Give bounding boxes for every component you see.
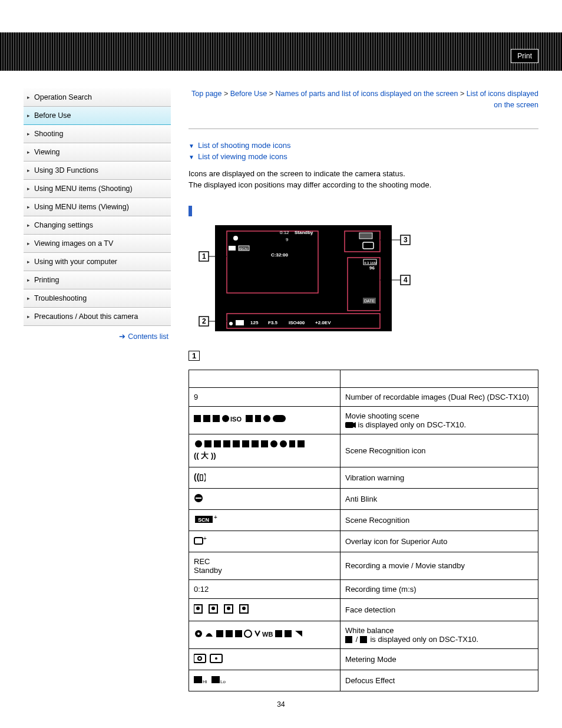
sidebar-item-troubleshooting[interactable]: Troubleshooting [24, 289, 171, 308]
svg-text:((▯)): ((▯)) [194, 472, 206, 482]
svg-text:SCN: SCN [198, 517, 209, 523]
svg-rect-72 [226, 630, 233, 637]
table-row: iSCN+ Scene Recognition [189, 509, 538, 531]
wb-icons: WB [194, 628, 335, 639]
svg-rect-79 [360, 636, 367, 643]
sidebar-item-precautions[interactable]: Precautions / About this camera [24, 308, 171, 326]
sidebar-item-label: Using MENU items (Shooting) [34, 185, 133, 193]
breadcrumb: Top page > Before Use > Names of parts a… [189, 88, 538, 111]
contents-list-link[interactable]: ➔Contents list [24, 326, 171, 347]
page-number: 34 [0, 691, 562, 717]
indication-note: is displayed only on DSC-TX10. [368, 635, 478, 644]
contents-list-label: Contents list [128, 332, 168, 341]
table-row: WB White balance / is displayed only on … [189, 621, 538, 648]
scene-recognition-icons: (( 大 )) [194, 439, 335, 460]
svg-point-39 [195, 440, 202, 447]
sidebar-item-before-use[interactable]: Before Use [24, 107, 171, 125]
sidebar-item-computer[interactable]: Using with your computer [24, 253, 171, 271]
table-row: + Overlay icon for Superior Auto [189, 531, 538, 552]
metering-icons [194, 654, 223, 663]
display-cell [189, 648, 340, 670]
indication-cell: Vibration warning [340, 467, 538, 488]
svg-text:+: + [203, 536, 207, 542]
indication-line1: Movie shooting scene [345, 411, 419, 420]
svg-rect-34 [255, 415, 261, 422]
indication-cell: Face detection [340, 598, 538, 621]
table-row: 9 Number of recordable images (Dual Rec)… [189, 387, 538, 406]
sidebar-item-menu-viewing[interactable]: Using MENU items (Viewing) [24, 198, 171, 216]
svg-text:3: 3 [404, 236, 408, 244]
section-marker-icon [189, 206, 192, 216]
svg-rect-43 [233, 440, 240, 447]
svg-point-70 [197, 633, 200, 635]
anchor-shooting-icons[interactable]: List of shooting mode icons [189, 141, 538, 150]
display-cell: 0:12 [189, 579, 340, 598]
screen-diagram: 0:12 Standby 9 C:32:00 125 F3.5 ISO400 +… [189, 222, 538, 339]
print-button[interactable]: Print [511, 49, 538, 63]
sidebar-item-viewing-tv[interactable]: Viewing images on a TV [24, 235, 171, 253]
display-cell: WB [189, 621, 340, 648]
display-cell: iSCN+ [189, 509, 340, 531]
diagram-ev: +2.0EV [315, 320, 331, 325]
svg-text:+: + [214, 515, 217, 521]
breadcrumb-before-use[interactable]: Before Use [230, 90, 267, 98]
sidebar-item-viewing[interactable]: Viewing [24, 143, 171, 162]
svg-rect-28 [194, 415, 201, 422]
svg-rect-7 [229, 246, 236, 251]
intro-line2: The displayed icon positions may differ … [189, 180, 431, 189]
sidebar-item-label: Troubleshooting [34, 294, 87, 302]
svg-rect-59 [194, 538, 203, 544]
anchor-viewing-icons[interactable]: List of viewing mode icons [189, 152, 538, 161]
arrow-right-icon: ➔ [119, 332, 125, 341]
svg-rect-78 [345, 636, 352, 643]
svg-text:1: 1 [202, 252, 206, 261]
svg-point-47 [270, 440, 277, 447]
svg-rect-15 [236, 320, 244, 325]
svg-point-81 [198, 657, 201, 660]
svg-text:2: 2 [202, 317, 206, 325]
table-row: Face detection [189, 598, 538, 621]
icon-table: 9 Number of recordable images (Dual Rec)… [189, 370, 538, 691]
svg-text:Hi: Hi [203, 679, 207, 684]
face-detect-icons [194, 604, 259, 614]
svg-text:WB: WB [262, 631, 273, 638]
sidebar-item-menu-shooting[interactable]: Using MENU items (Shooting) [24, 180, 171, 198]
display-cell: REC Standby [189, 552, 340, 579]
header-band: Print [0, 32, 562, 71]
indication-note: is displayed only on DSC-TX10. [356, 420, 466, 429]
svg-text:(( 大 )): (( 大 )) [194, 451, 216, 460]
sidebar-item-3d[interactable]: Using 3D Functions [24, 162, 171, 180]
breadcrumb-top[interactable]: Top page [191, 90, 222, 98]
svg-rect-86 [211, 676, 220, 683]
sidebar-item-changing-settings[interactable]: Changing settings [24, 216, 171, 235]
breadcrumb-names[interactable]: Names of parts and list of icons display… [276, 90, 458, 98]
camera-inline-icon [345, 421, 356, 429]
svg-rect-33 [246, 415, 253, 422]
sidebar-item-operation-search[interactable]: Operation Search [24, 88, 171, 107]
anti-blink-icon [194, 493, 203, 503]
movie-scene-icons: ISO [194, 414, 323, 424]
svg-rect-46 [261, 440, 268, 447]
svg-text:4: 4 [404, 276, 408, 284]
svg-rect-36 [273, 415, 286, 422]
indication-cell: Recording a movie / Movie standby [340, 552, 538, 579]
svg-rect-49 [289, 440, 295, 447]
standby-label: Standby [194, 566, 222, 575]
sidebar: Operation Search Before Use Shooting Vie… [24, 88, 171, 691]
indication-cell: Number of recordable images (Dual Rec) (… [340, 387, 538, 406]
display-cell: ((▯)) [189, 467, 340, 488]
indication-cell: Movie shooting scene is displayed only o… [340, 406, 538, 434]
diagram-shutter: 125 [250, 320, 259, 325]
sidebar-item-printing[interactable]: Printing [24, 271, 171, 289]
table-row: REC Standby Recording a movie / Movie st… [189, 552, 538, 579]
sidebar-item-label: Viewing [34, 148, 60, 156]
display-cell: ISO [189, 406, 340, 434]
svg-point-31 [222, 415, 229, 422]
sidebar-item-label: Using MENU items (Viewing) [34, 203, 129, 211]
sidebar-item-shooting[interactable]: Shooting [24, 125, 171, 143]
svg-rect-80 [194, 654, 206, 663]
svg-point-62 [196, 607, 200, 610]
svg-rect-42 [223, 440, 230, 447]
sidebar-item-label: Changing settings [34, 221, 93, 229]
sidebar-item-label: Printing [34, 276, 59, 284]
